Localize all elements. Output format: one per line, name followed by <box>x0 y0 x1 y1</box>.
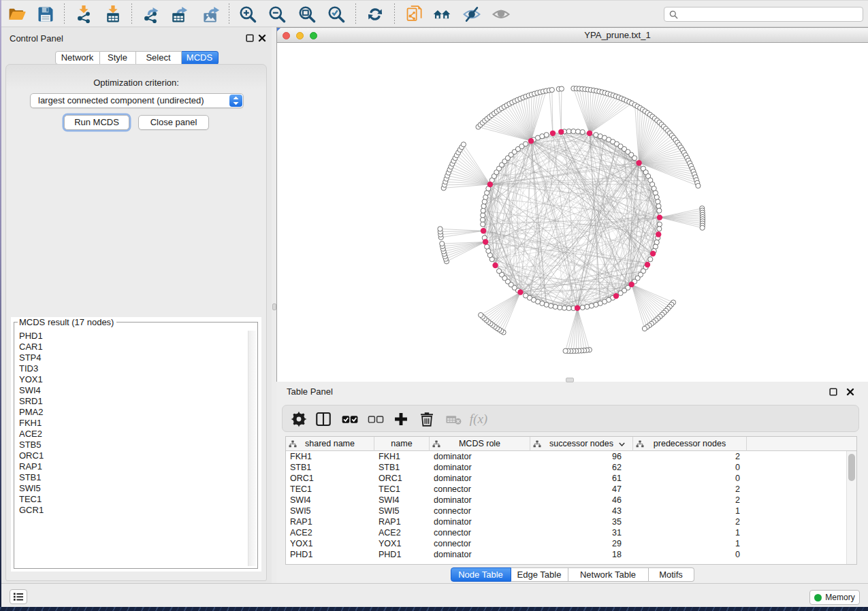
cell-predecessor-nodes[interactable]: 2 <box>633 516 747 527</box>
table-scrollbar-thumb[interactable] <box>848 454 855 481</box>
table-panel-close-button[interactable] <box>846 387 855 397</box>
cell-MCDS-role[interactable]: dominator <box>430 473 530 484</box>
cell-shared-name[interactable]: STB1 <box>286 462 374 473</box>
cell-MCDS-role[interactable]: dominator <box>430 451 530 462</box>
tab-network[interactable]: Network <box>55 51 100 65</box>
table-row-YOX1[interactable]: YOX1YOX1connector291 <box>286 538 856 549</box>
select-none-button[interactable] <box>366 409 386 429</box>
mcds-result-item[interactable]: SWI5 <box>19 483 44 494</box>
cell-shared-name[interactable]: RAP1 <box>286 516 374 527</box>
cell-predecessor-nodes[interactable]: 0 <box>633 462 747 473</box>
mcds-result-item[interactable]: TEC1 <box>19 494 44 505</box>
vertical-splitter[interactable] <box>272 27 276 583</box>
window-minimize-light[interactable] <box>296 32 304 39</box>
mcds-result-item[interactable]: ACE2 <box>19 429 44 440</box>
column-header-name[interactable]: name <box>374 437 430 451</box>
task-history-button[interactable] <box>10 589 27 604</box>
cell-shared-name[interactable]: ORC1 <box>286 473 374 484</box>
table-row-PHD1[interactable]: PHD1PHD1dominator180 <box>286 549 856 560</box>
tab-style[interactable]: Style <box>100 51 136 65</box>
zoom-in-button[interactable] <box>238 4 258 24</box>
table-row-ACE2[interactable]: ACE2ACE2connector311 <box>286 527 856 538</box>
cell-successor-nodes[interactable]: 31 <box>530 527 633 538</box>
mcds-result-item[interactable]: PHD1 <box>19 331 44 342</box>
mcds-result-item[interactable]: YOX1 <box>19 374 44 385</box>
cell-name[interactable]: YOX1 <box>374 538 430 549</box>
zoom-selected-button[interactable] <box>326 4 347 24</box>
cell-shared-name[interactable]: TEC1 <box>286 484 374 495</box>
control-panel-float-button[interactable] <box>245 33 255 43</box>
cell-shared-name[interactable]: ACE2 <box>286 527 374 538</box>
cell-name[interactable]: STB1 <box>374 462 430 473</box>
column-header-successor-nodes[interactable]: successor nodes <box>530 437 633 451</box>
mcds-result-item[interactable]: GCR1 <box>19 505 44 516</box>
mcds-result-item[interactable]: TID3 <box>19 363 44 374</box>
gear-button[interactable] <box>289 409 309 429</box>
table-row-TEC1[interactable]: TEC1TEC1connector472 <box>286 484 856 495</box>
window-close-light[interactable] <box>283 32 290 39</box>
cell-name[interactable]: TEC1 <box>374 484 430 495</box>
mcds-result-item[interactable]: FKH1 <box>19 418 44 429</box>
cell-shared-name[interactable]: SWI4 <box>286 495 374 506</box>
zoom-fit-button[interactable] <box>297 4 317 24</box>
tab-motifs[interactable]: Motifs <box>649 567 694 582</box>
cell-shared-name[interactable]: YOX1 <box>286 538 374 549</box>
column-header-MCDS-role[interactable]: MCDS role <box>430 437 530 451</box>
network-canvas[interactable] <box>277 44 868 382</box>
cell-MCDS-role[interactable]: connector <box>430 506 530 516</box>
close-panel-button[interactable]: Close panel <box>138 115 209 130</box>
tab-mcds[interactable]: MCDS <box>182 51 219 65</box>
memory-button[interactable]: Memory <box>809 590 860 605</box>
mcds-result-item[interactable]: STB1 <box>19 472 44 483</box>
run-mcds-button[interactable]: Run MCDS <box>64 115 129 130</box>
first-neighbors-button[interactable] <box>432 4 452 24</box>
cell-MCDS-role[interactable]: dominator <box>430 516 530 527</box>
table-panel-float-button[interactable] <box>829 387 838 397</box>
vertical-splitter-handle[interactable] <box>272 303 276 310</box>
column-header-shared-name[interactable]: shared name <box>286 437 374 451</box>
cell-predecessor-nodes[interactable]: 1 <box>633 538 747 549</box>
cell-successor-nodes[interactable]: 47 <box>530 484 633 495</box>
cell-successor-nodes[interactable]: 43 <box>530 506 633 516</box>
table-row-FKH1[interactable]: FKH1FKH1dominator962 <box>286 451 856 462</box>
cell-MCDS-role[interactable]: connector <box>430 527 530 538</box>
tab-select[interactable]: Select <box>136 51 182 65</box>
import-network-button[interactable] <box>74 4 94 24</box>
tab-node-table[interactable]: Node Table <box>451 567 511 582</box>
cell-predecessor-nodes[interactable]: 1 <box>633 527 747 538</box>
cell-shared-name[interactable]: PHD1 <box>286 549 374 560</box>
cell-MCDS-role[interactable]: dominator <box>430 549 530 560</box>
search-input[interactable] <box>664 7 863 22</box>
tab-network-table[interactable]: Network Table <box>568 567 649 582</box>
cell-name[interactable]: SWI5 <box>374 506 430 516</box>
cell-predecessor-nodes[interactable]: 2 <box>633 451 747 462</box>
optimization-criterion-select[interactable]: largest connected component (undirected) <box>30 93 244 108</box>
table-row-SWI5[interactable]: SWI5SWI5connector431 <box>286 506 856 516</box>
cell-successor-nodes[interactable]: 29 <box>530 538 633 549</box>
cell-predecessor-nodes[interactable]: 0 <box>633 549 747 560</box>
tab-edge-table[interactable]: Edge Table <box>511 567 568 582</box>
mcds-result-item[interactable]: SRD1 <box>19 396 44 407</box>
column-menu-chevron-icon[interactable] <box>619 442 625 446</box>
add-column-button[interactable] <box>391 409 411 429</box>
mcds-result-item[interactable]: SWI4 <box>19 385 44 396</box>
mcds-result-item[interactable]: STB5 <box>19 440 44 450</box>
cell-name[interactable]: PHD1 <box>374 549 430 560</box>
cell-predecessor-nodes[interactable]: 2 <box>633 484 747 495</box>
column-header-predecessor-nodes[interactable]: predecessor nodes <box>633 437 747 451</box>
cell-name[interactable]: RAP1 <box>374 516 430 527</box>
mcds-result-item[interactable]: PMA2 <box>19 407 44 418</box>
cell-shared-name[interactable]: FKH1 <box>286 451 374 462</box>
cell-successor-nodes[interactable]: 96 <box>530 451 633 462</box>
cell-predecessor-nodes[interactable]: 2 <box>633 495 747 506</box>
horizontal-splitter-handle[interactable] <box>566 378 574 382</box>
select-all-checked-button[interactable] <box>340 409 360 429</box>
refresh-layout-button[interactable] <box>365 4 385 24</box>
column-view-button[interactable] <box>313 409 334 429</box>
cell-MCDS-role[interactable]: connector <box>430 484 530 495</box>
open-folder-button[interactable] <box>7 4 27 24</box>
table-row-STB1[interactable]: STB1STB1dominator620 <box>286 462 856 473</box>
delete-row-button[interactable] <box>417 409 437 429</box>
mcds-result-scrollbar[interactable] <box>248 331 256 566</box>
new-network-from-selection-button[interactable] <box>404 4 425 24</box>
